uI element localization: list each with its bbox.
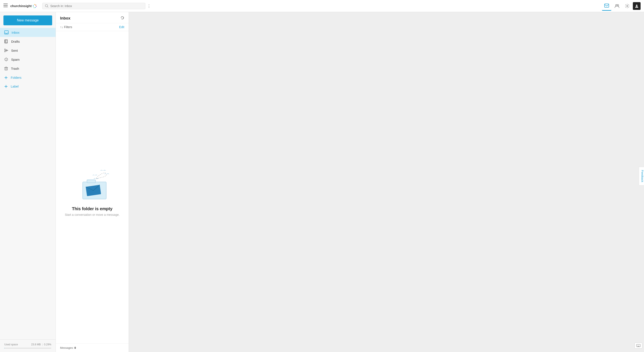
- sidebar-footer: Used space 23.8 MB | 0.29%: [0, 339, 56, 352]
- edit-button[interactable]: Edit: [119, 25, 124, 29]
- spam-icon: [4, 57, 8, 61]
- add-label-icon: [4, 85, 8, 88]
- add-folder-icon: [4, 76, 8, 79]
- svg-point-3: [34, 4, 35, 5]
- right-area: [129, 12, 644, 352]
- inbox-label: Inbox: [12, 31, 20, 34]
- svg-marker-22: [5, 49, 8, 52]
- spam-label: Spam: [11, 58, 20, 61]
- svg-rect-25: [5, 67, 8, 70]
- search-icon: [45, 4, 48, 8]
- add-folder-button[interactable]: Folders: [0, 73, 56, 82]
- search-bar[interactable]: [42, 3, 145, 9]
- sidebar-item-drafts[interactable]: Drafts: [0, 37, 56, 46]
- keyboard-icon[interactable]: [634, 343, 642, 349]
- svg-rect-2: [4, 7, 8, 7]
- svg-point-4: [36, 5, 36, 5]
- mail-nav-button[interactable]: [602, 1, 611, 11]
- drafts-label: Drafts: [11, 40, 20, 43]
- drafts-icon: [4, 39, 8, 43]
- settings-nav-button[interactable]: [622, 1, 632, 11]
- inbox-header: Inbox: [56, 12, 128, 23]
- search-more-icon[interactable]: ⋮: [147, 4, 151, 8]
- logo: churchinsight: [10, 4, 37, 8]
- used-space-bar: [4, 348, 51, 349]
- label-label: Label: [11, 84, 19, 88]
- svg-point-8: [33, 6, 34, 7]
- user-avatar[interactable]: [633, 2, 640, 10]
- keyboard-icon-svg: [636, 344, 640, 347]
- sidebar-item-inbox[interactable]: Inbox: [0, 28, 56, 37]
- header-actions: [602, 1, 640, 11]
- svg-point-24: [6, 60, 6, 60]
- trash-label: Trash: [11, 67, 19, 70]
- filters-label: ↑↓ Filters: [60, 25, 72, 29]
- svg-rect-33: [87, 180, 96, 183]
- svg-point-9: [33, 5, 34, 6]
- svg-point-14: [617, 4, 619, 6]
- search-input[interactable]: [50, 4, 142, 8]
- used-space-label: Used space: [4, 343, 18, 346]
- svg-point-6: [35, 7, 36, 8]
- svg-line-11: [48, 6, 48, 7]
- refresh-button[interactable]: [120, 16, 124, 21]
- used-space-fill: [4, 348, 4, 349]
- messages-count-value: 0: [74, 346, 76, 350]
- sent-label: Sent: [11, 49, 18, 52]
- svg-rect-0: [4, 4, 8, 4]
- add-label-button[interactable]: Label: [0, 82, 56, 91]
- logo-dots-icon: [32, 4, 37, 8]
- empty-state-subtitle: Start a conversation or move a message.: [65, 213, 120, 216]
- svg-point-5: [36, 6, 37, 7]
- sidebar-item-spam[interactable]: Spam: [0, 55, 56, 64]
- sidebar-item-trash[interactable]: Trash: [0, 64, 56, 73]
- empty-state-title: This folder is empty: [72, 206, 112, 211]
- feedback-tab[interactable]: Feedback: [639, 167, 644, 185]
- trash-icon: [4, 66, 8, 70]
- folders-label: Folders: [11, 76, 22, 79]
- used-space-value: 23.8 MB: [31, 343, 41, 346]
- people-nav-button[interactable]: [612, 1, 622, 11]
- empty-state: This folder is empty Start a conversatio…: [56, 31, 128, 344]
- svg-point-16: [636, 4, 637, 6]
- inbox-icon: [4, 30, 8, 34]
- svg-point-13: [616, 4, 617, 6]
- logo-text: churchinsight: [10, 4, 32, 8]
- messages-count: Messages: 0: [56, 344, 128, 352]
- sidebar-item-sent[interactable]: Sent: [0, 46, 56, 55]
- sidebar: New message Inbox Drafts: [0, 12, 56, 352]
- main-layout: New message Inbox Drafts: [0, 12, 644, 352]
- inbox-title: Inbox: [60, 16, 70, 20]
- inbox-panel: Inbox ↑↓ Filters Edit: [56, 12, 129, 352]
- refresh-icon: [120, 16, 124, 20]
- filters-bar: ↑↓ Filters Edit: [56, 23, 128, 31]
- sidebar-nav: Inbox Drafts Sent: [0, 28, 56, 339]
- app-header: churchinsight ⋮: [0, 0, 644, 12]
- used-space-percent: 0.29%: [44, 343, 51, 346]
- svg-rect-12: [604, 4, 609, 7]
- svg-rect-19: [5, 40, 8, 43]
- new-message-button[interactable]: New message: [4, 15, 52, 25]
- menu-icon[interactable]: [4, 4, 8, 8]
- svg-point-7: [34, 7, 34, 8]
- svg-point-15: [626, 5, 628, 7]
- svg-rect-1: [4, 5, 8, 5]
- sent-icon: [4, 48, 8, 52]
- empty-illustration: [71, 158, 114, 201]
